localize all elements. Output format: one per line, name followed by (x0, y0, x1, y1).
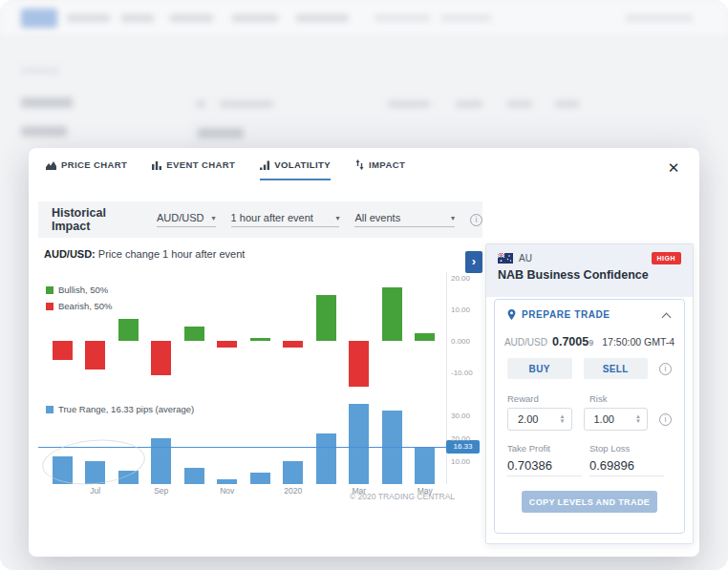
event-header: AU HIGH NAB Business Confidence (486, 244, 693, 297)
tab-label: EVENT CHART (166, 159, 235, 170)
quote-row: AUD/USD 0.70059 17:50:00 GMT-4 (507, 335, 672, 348)
event-title: NAB Business Confidence (498, 268, 681, 282)
axis-tick: Jul (90, 486, 100, 496)
price-chart-icon (46, 160, 56, 170)
tab-label: PRICE CHART (61, 159, 127, 170)
prepare-trade-title: PREPARE TRADE (522, 309, 656, 320)
take-profit-field[interactable]: 0.70386 (507, 458, 582, 476)
true-range-bar (250, 473, 270, 484)
buy-sell-row: BUY SELL (507, 358, 672, 379)
quote-price-pipette: 9 (589, 338, 593, 348)
axis-tick: 2020 (284, 486, 302, 496)
bearish-bar (85, 341, 105, 369)
tab-event-chart[interactable]: EVENT CHART (152, 159, 235, 180)
true-range-bar (283, 461, 303, 484)
true-range-bar (349, 404, 369, 484)
reward-risk-info-icon[interactable] (659, 413, 672, 426)
stop-loss-field[interactable]: 0.69896 (589, 458, 664, 476)
tab-price-chart[interactable]: PRICE CHART (46, 159, 127, 180)
pin-icon (507, 309, 516, 320)
true-range-bar (184, 468, 204, 484)
true-range-bar (415, 448, 435, 484)
tab-label: VOLATILITY (274, 159, 331, 170)
axis-tick: 10.00 (451, 306, 470, 314)
stepper-arrows-icon[interactable]: ▲▼ (635, 414, 641, 424)
risk-label: Risk (589, 393, 672, 404)
bullish-bar (118, 319, 139, 341)
bullish-bar (316, 295, 336, 341)
impact-icon (355, 159, 364, 170)
modal-tabbar: PRICE CHART EVENT CHART VOLATILITY IMPAC… (46, 159, 405, 180)
axis-tick: Sep (154, 486, 168, 496)
controls-title: Historical Impact (52, 206, 141, 233)
bearish-bar (53, 341, 73, 360)
country-code: AU (519, 253, 532, 264)
axis-tick: 20.00 (451, 434, 470, 443)
bullish-bar (382, 287, 402, 341)
bearish-bar (151, 341, 171, 375)
events-select-value: All events (354, 212, 400, 223)
reward-label: Reward (507, 393, 589, 404)
true-range-bar (217, 479, 237, 484)
stop-loss-label: Stop Loss (589, 443, 672, 454)
panel-expand-chevron-icon[interactable] (465, 251, 482, 273)
collapse-chevron-icon[interactable] (662, 310, 672, 320)
stepper-arrows-icon[interactable]: ▲▼ (560, 414, 566, 424)
prepare-trade-header[interactable]: PREPARE TRADE (507, 309, 672, 320)
volatility-modal: PRICE CHART EVENT CHART VOLATILITY IMPAC… (29, 148, 699, 557)
events-filter-select[interactable]: All events (354, 212, 455, 227)
quote-price-main: 0.7005 (552, 335, 589, 348)
axis-tick: 30.00 (451, 412, 470, 420)
event-chart-icon (152, 160, 161, 170)
buy-sell-info-icon[interactable] (659, 363, 672, 375)
bullish-bar (184, 327, 204, 341)
axis-tick: 20.00 (451, 274, 470, 283)
tp-sl-labels: Take Profit Stop Loss (507, 443, 672, 454)
copy-levels-and-trade-button[interactable]: COPY LEVELS AND TRADE (522, 491, 657, 513)
australia-flag-icon (498, 253, 513, 264)
horizon-select[interactable]: 1 hour after event (231, 212, 340, 227)
axis-tick: Nov (220, 486, 234, 496)
app-screen: PRICE CHART EVENT CHART VOLATILITY IMPAC… (0, 0, 728, 570)
reward-risk-row: 2.00 ▲▼ 1.00 ▲▼ (507, 408, 672, 431)
historical-impact-controls: Historical Impact AUD/USD 1 hour after e… (38, 201, 482, 238)
axis-tick: 0.000 (451, 337, 470, 346)
bullish-bar (250, 338, 270, 341)
true-range-bar (151, 438, 171, 484)
buy-button[interactable]: BUY (507, 358, 572, 379)
event-card: AU HIGH NAB Business Confidence PREPARE … (485, 243, 694, 544)
axis-tick: -10.00 (451, 369, 473, 377)
reward-value: 2.00 (518, 413, 538, 425)
tp-sl-values: 0.70386 0.69896 (507, 456, 672, 476)
quote-time: 17:50:00 GMT-4 (602, 336, 674, 348)
close-icon[interactable] (665, 159, 682, 177)
pair-select-value: AUD/USD (157, 212, 204, 223)
chart-subtitle-text: Price change 1 hour after event (98, 248, 245, 260)
tab-label: IMPACT (369, 159, 405, 170)
pair-select[interactable]: AUD/USD (157, 212, 216, 227)
bullish-bar (415, 333, 435, 341)
bearish-bar (283, 341, 303, 348)
take-profit-label: Take Profit (507, 443, 589, 454)
risk-value: 1.00 (594, 413, 614, 425)
tab-volatility[interactable]: VOLATILITY (260, 159, 331, 180)
tab-impact[interactable]: IMPACT (355, 159, 405, 180)
controls-info-icon[interactable] (470, 214, 482, 226)
chart-subtitle: AUD/USD: Price change 1 hour after event (44, 248, 245, 260)
horizon-select-value: 1 hour after event (231, 212, 313, 223)
bearish-bar (217, 341, 237, 348)
price-change-bar-chart (46, 272, 441, 387)
reward-stepper[interactable]: 2.00 ▲▼ (507, 408, 572, 431)
axis-tick: 10.00 (451, 457, 470, 466)
prepare-trade-panel: PREPARE TRADE AUD/USD 0.70059 17:50:00 G… (494, 299, 685, 534)
sell-button[interactable]: SELL (584, 358, 649, 379)
risk-stepper[interactable]: 1.00 ▲▼ (584, 408, 649, 431)
bearish-bar (349, 341, 369, 387)
true-range-bar (316, 433, 336, 484)
reward-risk-labels: Reward Risk (507, 393, 672, 404)
quote-price: 0.70059 (552, 335, 593, 348)
importance-badge: HIGH (652, 252, 682, 264)
volatility-icon (260, 160, 269, 170)
quote-pair: AUD/USD (504, 337, 547, 348)
copyright-text: © 2020 TRADING CENTRAL (350, 492, 455, 501)
